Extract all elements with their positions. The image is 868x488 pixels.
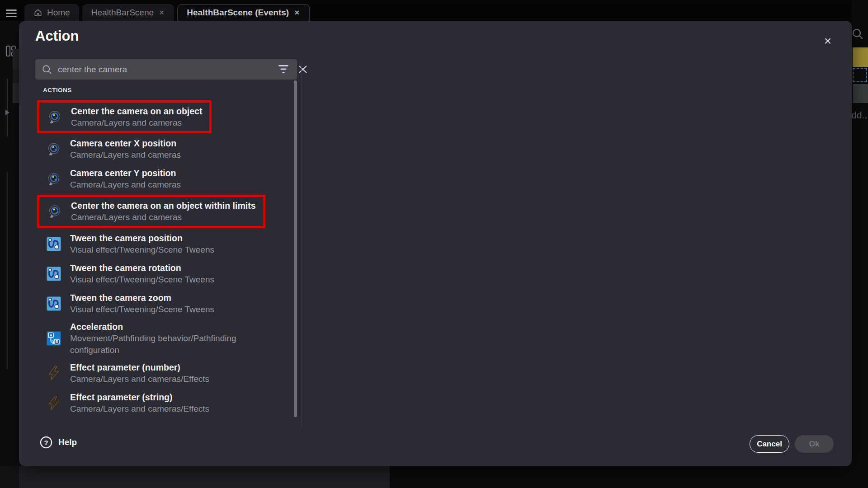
tab-strip: Home HealthBarScene × HealthBarScene (Ev… <box>24 4 310 21</box>
tween-icon <box>47 237 61 251</box>
action-subtitle: Movement/Pathfinding behavior/Pathfindin… <box>70 333 278 356</box>
action-list-item[interactable]: Camera center Y position Camera/Layers a… <box>35 164 300 194</box>
ok-button[interactable]: Ok <box>795 435 834 453</box>
tab-label: HealthBarScene (Events) <box>187 8 289 18</box>
action-title: Tween the camera zoom <box>70 292 214 304</box>
dialog-title: Action <box>35 28 79 44</box>
action-title: Camera center X position <box>70 137 181 149</box>
event-row-fragment <box>13 49 19 69</box>
action-list-item[interactable]: Tween the camera zoom Visual effect/Twee… <box>35 289 300 319</box>
action-title: Tween the camera rotation <box>70 262 214 274</box>
action-title: Effect parameter (number) <box>70 361 209 373</box>
action-subtitle: Visual effect/Tweening/Scene Tweens <box>70 304 214 315</box>
event-tree-guide <box>7 79 8 136</box>
action-subtitle: Camera/Layers and cameras <box>71 117 202 129</box>
event-block <box>853 84 868 103</box>
help-button[interactable]: ? Help <box>40 436 77 449</box>
camera-icon <box>47 142 61 156</box>
close-tab-icon[interactable]: × <box>158 8 165 18</box>
action-dialog: Action × ACTIONS Center the camera on an… <box>19 21 852 466</box>
action-list-item-highlighted[interactable]: Center the camera on an object within li… <box>37 195 265 228</box>
tab-label: Home <box>47 8 70 18</box>
action-title: Acceleration <box>70 321 278 333</box>
search-input[interactable] <box>58 59 239 80</box>
selected-event-block <box>853 47 868 67</box>
expand-triangle-icon[interactable] <box>5 110 9 115</box>
help-label: Help <box>58 437 77 447</box>
action-subtitle: Camera/Layers and cameras/Effects <box>70 373 209 385</box>
cancel-button[interactable]: Cancel <box>750 435 789 453</box>
tab-label: HealthBarScene <box>91 8 154 18</box>
action-title: Center the camera on an object <box>71 105 202 117</box>
action-title: Camera center Y position <box>70 167 181 179</box>
list-divider <box>301 61 302 428</box>
event-row-fragment <box>13 83 19 103</box>
action-subtitle: Camera/Layers and cameras/Effects <box>70 403 209 415</box>
tween-icon <box>47 296 61 311</box>
event-tree-guide <box>7 172 8 369</box>
camera-icon <box>47 172 61 186</box>
scrollbar-thumb[interactable] <box>294 80 297 417</box>
tab-home[interactable]: Home <box>24 4 79 21</box>
home-icon <box>33 8 42 17</box>
top-tab-bar: Home HealthBarScene × HealthBarScene (Ev… <box>0 0 868 21</box>
action-list-item[interactable]: Tween the camera rotation Visual effect/… <box>35 259 300 289</box>
search-icon[interactable] <box>851 27 864 41</box>
event-row-fragment <box>13 69 19 83</box>
action-title: Tween the camera position <box>70 232 214 244</box>
action-subtitle: Visual effect/Tweening/Scene Tweens <box>70 244 214 256</box>
action-list-item[interactable]: Camera center X position Camera/Layers a… <box>35 134 300 164</box>
filter-icon[interactable] <box>277 64 290 75</box>
action-results-list: Center the camera on an object Camera/La… <box>35 99 300 418</box>
action-list-item[interactable]: Acceleration Movement/Pathfinding behavi… <box>35 319 300 358</box>
action-list-item[interactable]: Effect parameter (string) Camera/Layers … <box>35 388 300 418</box>
action-subtitle: Visual effect/Tweening/Scene Tweens <box>70 274 214 286</box>
action-list-item[interactable]: Effect parameter (number) Camera/Layers … <box>35 358 300 388</box>
lightning-icon <box>47 366 61 380</box>
camera-icon <box>47 110 62 124</box>
hamburger-menu-icon[interactable] <box>6 9 17 17</box>
drop-target-block <box>853 68 867 82</box>
tween-icon <box>47 267 61 281</box>
lightning-icon <box>47 396 61 410</box>
close-tab-icon[interactable]: × <box>293 8 300 18</box>
action-title: Center the camera on an object within li… <box>71 200 256 211</box>
action-subtitle: Camera/Layers and cameras <box>71 211 256 223</box>
svg-text:?: ? <box>44 439 48 446</box>
add-action-link-truncated[interactable]: dd... <box>851 110 868 121</box>
search-bar <box>35 59 297 80</box>
action-list-item-highlighted[interactable]: Center the camera on an object Camera/La… <box>37 100 212 133</box>
section-header: ACTIONS <box>43 87 72 94</box>
tab-healthbarscene[interactable]: HealthBarScene × <box>82 4 174 21</box>
pathfinding-icon <box>47 331 61 346</box>
action-subtitle: Camera/Layers and cameras <box>70 179 181 191</box>
tab-healthbarscene-events[interactable]: HealthBarScene (Events) × <box>177 4 310 21</box>
action-list-item[interactable]: Tween the camera position Visual effect/… <box>35 229 300 259</box>
clear-search-icon[interactable] <box>297 63 309 75</box>
app-background <box>0 466 19 488</box>
events-panel-bottom <box>19 466 390 488</box>
action-title: Effect parameter (string) <box>70 391 209 403</box>
search-icon <box>41 64 53 75</box>
close-dialog-icon[interactable]: × <box>820 33 835 49</box>
app-background <box>390 466 868 488</box>
camera-icon <box>47 204 62 219</box>
action-subtitle: Camera/Layers and cameras <box>70 149 181 161</box>
help-icon: ? <box>40 436 52 449</box>
